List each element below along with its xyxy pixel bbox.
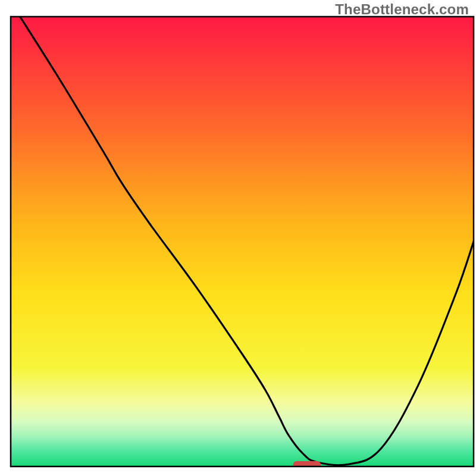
chart-container: TheBottleneck.com <box>0 0 476 476</box>
bottleneck-chart <box>0 0 476 476</box>
watermark-text: TheBottleneck.com <box>335 1 469 18</box>
gradient-background <box>11 17 474 466</box>
